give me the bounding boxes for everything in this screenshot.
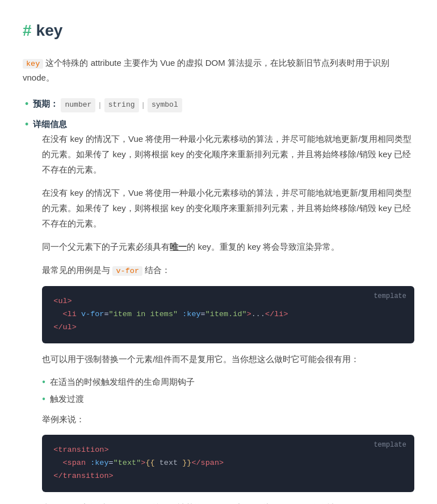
details-label: 详细信息	[33, 117, 414, 132]
expected-item: 预期： number | string | symbol	[23, 96, 414, 112]
vfor-inline-code: v-for	[112, 266, 142, 276]
sub-bullet-1-text: 在适当的时候触发组件的生命周期钩子	[50, 375, 195, 389]
example-label: 举例来说：	[42, 411, 414, 427]
detail-paragraph-4: 最常见的用例是与 v-for 结合：	[42, 262, 414, 278]
type-number: number	[61, 98, 95, 112]
code-content-1: <ul> <li v-for="item in items" :key="ite…	[53, 295, 403, 334]
sub-bullet-list: 在适当的时候触发组件的生命周期钩子 触发过渡	[42, 375, 414, 406]
code-block-1: template <ul> <li v-for="item in items" …	[42, 286, 414, 343]
sub-bullet-1: 在适当的时候触发组件的生命周期钩子	[42, 375, 414, 389]
details-content: 详细信息 在没有 key 的情况下，Vue 将使用一种最小化元素移动的算法，并尽…	[33, 117, 414, 504]
sep-1: |	[99, 99, 100, 111]
detail-paragraph-5: 也可以用于强制替换一个元素/组件而不是复用它。当你想这么做时它可能会很有用：	[42, 351, 414, 367]
detail-section: 在没有 key 的情况下，Vue 将使用一种最小化元素移动的算法，并尽可能地就地…	[42, 131, 414, 504]
detail-paragraph-1: 在没有 key 的情况下，Vue 将使用一种最小化元素移动的算法，并尽可能地就地…	[42, 131, 414, 177]
title-text: key	[36, 17, 63, 44]
detail-paragraph-3: 同一个父元素下的子元素必须具有唯一的 key。重复的 key 将会导致渲染异常。	[42, 239, 414, 254]
sub-bullet-2-text: 触发过渡	[50, 392, 84, 406]
page-title: # key	[23, 17, 414, 44]
code-lang-2: template	[373, 439, 406, 451]
detail-paragraph-2: 在没有 key 的情况下，Vue 将使用一种最小化元素移动的算法，并尽可能地就地…	[42, 185, 414, 231]
type-symbol: symbol	[148, 98, 182, 112]
type-tags: number | string | symbol	[61, 98, 182, 112]
details-item: 详细信息 在没有 key 的情况下，Vue 将使用一种最小化元素移动的算法，并尽…	[23, 117, 414, 504]
main-section-list: 预期： number | string | symbol 详细信息 在没有 ke…	[23, 96, 414, 504]
hash-symbol: #	[23, 17, 32, 44]
expected-label: 预期：	[33, 99, 58, 108]
key-code-inline: key	[23, 59, 43, 69]
intro-main-text: 这个特殊的 attribute 主要作为 Vue 的虚拟 DOM 算法提示，在比…	[23, 58, 389, 83]
type-string: string	[104, 98, 139, 112]
sub-bullet-2: 触发过渡	[42, 392, 414, 406]
code-content-2: <transition> <span :key="text">{{ text }…	[53, 444, 403, 483]
intro-paragraph: key 这个特殊的 attribute 主要作为 Vue 的虚拟 DOM 算法提…	[23, 56, 414, 86]
code-lang-1: template	[373, 291, 406, 302]
expected-content: 预期： number | string | symbol	[33, 96, 182, 112]
sep-2: |	[142, 99, 144, 111]
code-block-2: template <transition> <span :key="text">…	[42, 435, 414, 492]
footer-paragraph: 当 text 变化时，<span> 总是会被替换而不是更新，因此 transit…	[42, 500, 414, 504]
